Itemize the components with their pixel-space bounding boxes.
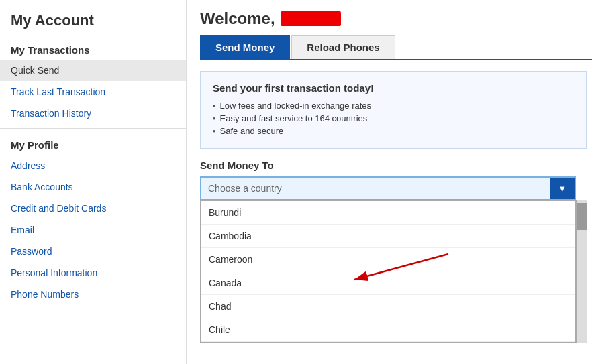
- sidebar-title: My Account: [0, 0, 186, 38]
- tab-bar: Send Money Reload Phones: [200, 35, 592, 60]
- promo-item-2: Easy and fast service to 164 countries: [213, 112, 574, 125]
- list-item[interactable]: Chad: [201, 295, 575, 318]
- main-content: Welcome, Send Money Reload Phones Send y…: [187, 0, 592, 364]
- list-item[interactable]: Canada: [201, 271, 575, 295]
- list-item[interactable]: Chile: [201, 318, 575, 342]
- tab-reload-phones[interactable]: Reload Phones: [291, 35, 395, 59]
- sidebar-section-my-profile: My Profile: [0, 133, 186, 155]
- dropdown-list-container: Burundi Cambodia Cameroon Canada Chad Ch…: [200, 200, 576, 343]
- promo-title: Send your first transaction today!: [213, 82, 574, 94]
- sidebar-divider: [0, 128, 186, 129]
- dropdown-list-wrapper: Burundi Cambodia Cameroon Canada Chad Ch…: [200, 200, 587, 343]
- promo-item-1: Low fees and locked-in exchange rates: [213, 99, 574, 112]
- sidebar-link-email[interactable]: Email: [0, 219, 186, 241]
- dropdown-arrow-button[interactable]: ▼: [550, 178, 575, 199]
- list-item[interactable]: Cambodia: [201, 225, 575, 248]
- dropdown-list: Burundi Cambodia Cameroon Canada Chad Ch…: [201, 201, 575, 342]
- sidebar-link-personal-info[interactable]: Personal Information: [0, 262, 186, 284]
- sidebar: My Account My Transactions Quick Send Tr…: [0, 0, 187, 364]
- country-dropdown-display[interactable]: Choose a country: [201, 178, 550, 199]
- sidebar-section-my-transactions: My Transactions: [0, 38, 186, 60]
- promo-list: Low fees and locked-in exchange rates Ea…: [213, 99, 574, 137]
- sidebar-link-transaction-history[interactable]: Transaction History: [0, 103, 186, 124]
- send-money-section: Send Money To Choose a country ▼ Burundi…: [200, 160, 587, 343]
- sidebar-link-bank-accounts[interactable]: Bank Accounts: [0, 176, 186, 198]
- dropdown-scrollbar[interactable]: [576, 200, 587, 343]
- welcome-text: Welcome,: [200, 9, 275, 28]
- list-item[interactable]: Cameroon: [201, 248, 575, 271]
- sidebar-link-credit-debit[interactable]: Credit and Debit Cards: [0, 198, 186, 219]
- promo-item-3: Safe and secure: [213, 125, 574, 137]
- sidebar-item-quick-send[interactable]: Quick Send: [0, 60, 186, 81]
- sidebar-link-address[interactable]: Address: [0, 155, 186, 176]
- dropdown-region: Burundi Cambodia Cameroon Canada Chad Ch…: [200, 200, 587, 343]
- send-money-label: Send Money To: [200, 160, 587, 171]
- promo-box: Send your first transaction today! Low f…: [200, 71, 587, 149]
- tab-send-money[interactable]: Send Money: [200, 35, 290, 59]
- scrollbar-thumb[interactable]: [577, 203, 587, 230]
- list-item[interactable]: Burundi: [201, 201, 575, 225]
- welcome-header: Welcome,: [187, 0, 592, 35]
- username-redacted: [281, 11, 341, 26]
- country-dropdown[interactable]: Choose a country ▼: [200, 176, 576, 200]
- sidebar-link-track-last[interactable]: Track Last Transaction: [0, 81, 186, 103]
- sidebar-link-phone-numbers[interactable]: Phone Numbers: [0, 284, 186, 305]
- sidebar-link-password[interactable]: Password: [0, 241, 186, 262]
